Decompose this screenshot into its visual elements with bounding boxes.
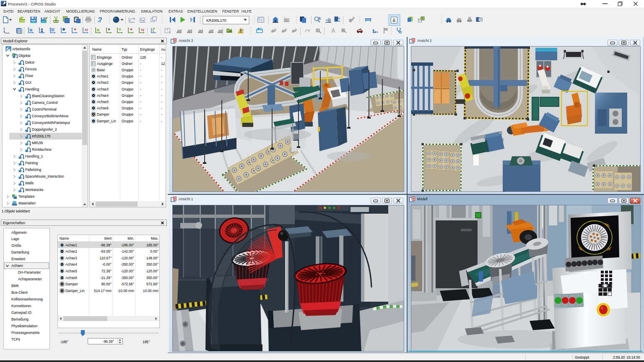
svg-text:KR200L170: KR200L170 [206,18,226,23]
svg-text:?: ? [98,16,102,23]
svg-text:&: & [392,18,396,23]
svg-text:a: a [143,19,144,22]
svg-text:xy: xy [85,28,88,31]
svg-text:xy: xy [141,28,144,31]
